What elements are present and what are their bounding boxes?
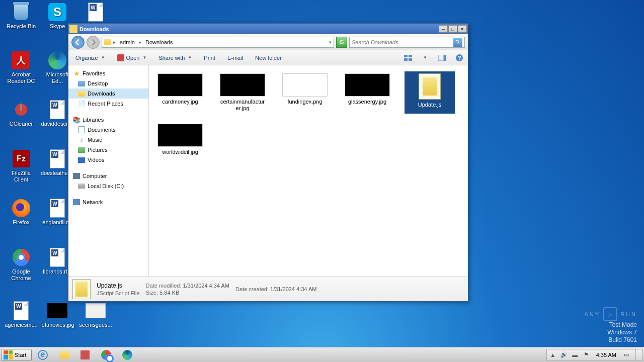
back-button[interactable] — [71, 36, 85, 49]
taskbar-ie[interactable] — [33, 348, 53, 361]
search-box[interactable] — [349, 37, 465, 48]
app-icon — [80, 350, 90, 359]
sidebar-group-favorites[interactable]: ★Favorites — [68, 68, 148, 78]
new-folder-button[interactable]: New folder — [252, 53, 285, 62]
icon-label: Google Chrome — [4, 268, 38, 282]
toolbar: Organize▼ Open▼ Share with▼ Print E-mail… — [68, 50, 468, 65]
desktop-icon-img2[interactable]: seemsgues... — [78, 301, 113, 328]
help-button[interactable]: ? — [455, 53, 464, 62]
organize-button[interactable]: Organize▼ — [72, 53, 108, 62]
network-icon[interactable]: ▬ — [571, 351, 579, 359]
play-icon: ▷ — [603, 307, 617, 321]
imgthumb2-icon — [86, 301, 106, 321]
search-input[interactable] — [352, 39, 453, 45]
maximize-button[interactable]: □ — [448, 25, 457, 33]
sidebar-group-libraries[interactable]: 📚Libraries — [68, 115, 148, 125]
svg-rect-1 — [20, 104, 22, 111]
svg-rect-7 — [409, 58, 412, 61]
file-name: fundingex.png — [282, 99, 328, 105]
minimize-button[interactable]: ─ — [439, 25, 448, 33]
preview-pane-button[interactable] — [438, 53, 447, 62]
firefox-icon — [11, 198, 31, 218]
chevron-down-icon[interactable]: ▾ — [329, 40, 332, 45]
sidebar-item-recent[interactable]: 📄Recent Places — [68, 99, 148, 109]
taskbar-chrome[interactable] — [96, 348, 116, 361]
titlebar[interactable]: Downloads ─ □ ✕ — [68, 24, 468, 34]
file-item[interactable]: cardmoney.jpg — [155, 71, 205, 114]
file-list[interactable]: cardmoney.jpgcertainmanufacturer.jpgfund… — [149, 65, 468, 276]
flag-icon[interactable]: ⚑ — [582, 351, 590, 359]
open-button[interactable]: Open▼ — [114, 53, 150, 63]
icon-label: Recycle Bin — [4, 23, 38, 30]
svg-rect-4 — [404, 55, 408, 57]
desktop-icon-acrobat[interactable]: 人Acrobat Reader DC — [4, 50, 38, 84]
word-icon — [86, 2, 106, 22]
breadcrumb-segment[interactable]: admin — [118, 39, 137, 45]
icon-label: FileZilla Client — [4, 170, 38, 183]
taskbar-app[interactable] — [75, 348, 95, 361]
sidebar-group-network[interactable]: Network — [68, 197, 148, 207]
windows-logo-icon — [4, 350, 13, 359]
details-modified: 1/31/2024 4:34 AM — [183, 283, 229, 289]
sidebar-item-videos[interactable]: Videos — [68, 155, 148, 165]
file-name: Update.js — [407, 102, 453, 108]
edge-icon — [122, 350, 132, 360]
file-item[interactable]: Update.js — [405, 71, 455, 114]
show-desktop-button[interactable] — [635, 349, 640, 361]
file-name: cardmoney.jpg — [157, 99, 203, 105]
file-item[interactable]: certainmanufacturer.jpg — [217, 71, 268, 114]
sidebar-group-computer[interactable]: Computer — [68, 171, 148, 181]
file-item[interactable]: worldwideil.jpg — [155, 122, 205, 157]
desktop-icon-firefox[interactable]: Firefox — [4, 198, 38, 226]
ie-icon — [38, 350, 48, 360]
start-button[interactable]: Start — [1, 349, 32, 361]
taskbar-explorer[interactable] — [54, 348, 74, 361]
sidebar-item-localdisk[interactable]: Local Disk (C:) — [68, 181, 148, 191]
file-thumbnail — [157, 124, 203, 147]
view-button[interactable] — [404, 53, 413, 62]
chevron-down-icon[interactable]: ▼ — [421, 53, 430, 62]
desktop-icon-word6[interactable]: agenciesme... — [4, 301, 38, 335]
print-button[interactable]: Print — [201, 53, 218, 62]
desktop-icon-chrome[interactable]: Google Chrome — [4, 247, 38, 282]
sidebar-item-downloads[interactable]: Downloads — [68, 88, 148, 99]
word-icon — [47, 198, 67, 218]
details-filetype: JScript Script File — [97, 290, 140, 296]
recycle-icon — [11, 2, 31, 22]
desktop-icon-recycle-bin[interactable]: Recycle Bin — [4, 2, 38, 30]
acrobat-icon: 人 — [11, 50, 31, 70]
file-item[interactable]: glassenergy.jpg — [342, 71, 392, 114]
clock[interactable]: 4:35 AM — [593, 352, 619, 358]
sidebar-item-desktop[interactable]: Desktop — [68, 78, 148, 88]
sidebar-item-music[interactable]: ♪Music — [68, 135, 148, 145]
file-thumbnail — [220, 73, 265, 97]
watermark: ANY▷RUN Test Mode Windows 7 Build 7601 — [585, 307, 637, 344]
forward-button[interactable] — [87, 36, 100, 49]
svg-rect-9 — [444, 55, 446, 61]
share-button[interactable]: Share with▼ — [155, 53, 195, 62]
file-name: glassenergy.jpg — [344, 99, 390, 105]
search-button[interactable] — [453, 38, 462, 47]
taskbar-edge[interactable] — [117, 348, 137, 361]
file-item[interactable]: fundingex.png — [280, 71, 330, 114]
skype-icon: S — [47, 2, 67, 22]
email-button[interactable]: E-mail — [224, 53, 246, 62]
desktop-icon-img1[interactable]: leftmovies.jpg — [40, 301, 74, 328]
close-button[interactable]: ✕ — [458, 25, 467, 33]
desktop-icon-word1[interactable] — [78, 2, 113, 23]
desktop-icon-filezilla[interactable]: FzFileZilla Client — [4, 149, 38, 183]
desktop-icon-ccleaner[interactable]: CCleaner — [4, 100, 38, 127]
file-thumbnail — [419, 73, 441, 100]
file-thumbnail — [157, 73, 203, 97]
breadcrumb-segment[interactable]: Downloads — [143, 39, 175, 45]
tray-icon[interactable]: ▭ — [622, 351, 630, 359]
explorer-window: Downloads ─ □ ✕ ▸ admin ▸ Downloads ▾ Or… — [68, 23, 468, 302]
sidebar-item-documents[interactable]: Documents — [68, 125, 148, 135]
sidebar-item-pictures[interactable]: Pictures — [68, 145, 148, 155]
refresh-button[interactable] — [336, 37, 347, 48]
tray-expand-icon[interactable]: ▲ — [549, 351, 557, 359]
address-bar[interactable]: ▸ admin ▸ Downloads ▾ — [102, 37, 334, 48]
file-thumbnail — [282, 73, 328, 97]
icon-label: seemsgues... — [78, 322, 113, 328]
volume-icon[interactable]: 🔊 — [560, 351, 568, 359]
